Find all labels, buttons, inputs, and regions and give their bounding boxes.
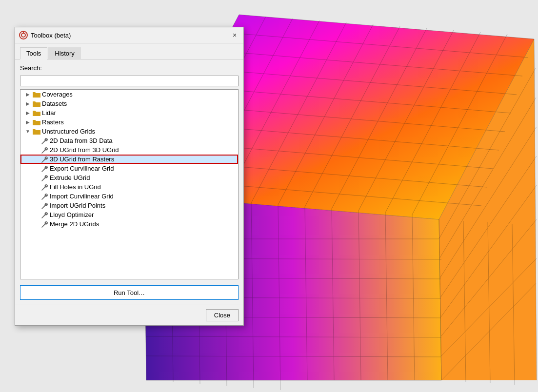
tool-wrench-icon [40, 175, 48, 181]
folder-icon [33, 91, 40, 98]
item-label: Import UGrid Points [50, 202, 105, 209]
tree-item-lloyd[interactable]: ▶ Lloyd Optimizer [20, 210, 238, 219]
item-label: 3D UGrid from Rasters [50, 156, 114, 163]
item-label: 2D Data from 3D Data [50, 137, 113, 144]
tool-wrench-icon [40, 212, 48, 218]
tree-item-extrude[interactable]: ▶ Extrude UGrid [20, 173, 238, 182]
title-left: Toolbox (beta) [19, 31, 71, 39]
tree-item-export-curvilinear[interactable]: ▶ Export Curvilinear Grid [20, 164, 238, 173]
tool-wrench-icon [40, 156, 48, 163]
svg-point-60 [21, 33, 25, 37]
tree-item-datasets[interactable]: ▶ Datasets [20, 99, 238, 108]
tab-tools[interactable]: Tools [20, 47, 47, 59]
tree-item-2d-ugrid[interactable]: ▶ 2D UGrid from 3D UGrid [20, 145, 238, 155]
tool-wrench-icon [40, 221, 48, 228]
dialog-tabs: Tools History [15, 43, 243, 59]
tab-history[interactable]: History [48, 47, 80, 59]
dialog-body: Search: ▶ Coverages ▶ Datasets [15, 59, 243, 305]
item-label: Merge 2D UGrids [50, 220, 99, 228]
tree-item-unstructured-grids[interactable]: ▼ Unstructured Grids [20, 127, 238, 136]
item-label: Export Curvilinear Grid [50, 165, 114, 172]
item-label: Extrude UGrid [50, 174, 90, 181]
item-label: Datasets [42, 100, 67, 107]
item-label: Coverages [42, 91, 73, 98]
chevron-icon: ▶ [24, 100, 31, 107]
close-dialog-button[interactable]: Close [206, 309, 239, 321]
tool-tree[interactable]: ▶ Coverages ▶ Datasets ▶ Lida [20, 89, 239, 279]
item-label: 2D UGrid from 3D UGrid [50, 146, 119, 154]
tree-item-merge[interactable]: ▶ Merge 2D UGrids [20, 219, 238, 229]
tool-wrench-icon [40, 165, 48, 172]
tool-wrench-icon [40, 184, 48, 191]
run-tool-button[interactable]: Run Tool… [20, 285, 239, 300]
tool-wrench-icon [40, 147, 48, 154]
tree-item-2d-data[interactable]: ▶ 2D Data from 3D Data [20, 136, 238, 145]
tree-item-3d-ugrid[interactable]: ▶ 3D UGrid from Rasters [20, 155, 238, 164]
folder-icon [33, 100, 40, 107]
tree-item-import-ugrid-points[interactable]: ▶ Import UGrid Points [20, 201, 238, 210]
item-label: Rasters [42, 118, 64, 126]
tool-wrench-icon [40, 202, 48, 209]
dialog-title: Toolbox (beta) [31, 32, 71, 39]
item-label: Lidar [42, 109, 56, 117]
tree-item-rasters[interactable]: ▶ Rasters [20, 118, 238, 127]
folder-icon [33, 110, 40, 117]
folder-icon [33, 128, 40, 135]
chevron-icon: ▶ [24, 119, 31, 126]
tree-item-coverages[interactable]: ▶ Coverages [20, 90, 238, 99]
dialog-footer: Close [15, 305, 243, 325]
chevron-icon: ▶ [24, 91, 31, 98]
dialog-titlebar: Toolbox (beta) × [15, 27, 243, 43]
app-icon [19, 31, 28, 39]
search-input[interactable] [20, 76, 239, 86]
chevron-icon: ▶ [24, 110, 31, 117]
tool-wrench-icon [40, 137, 48, 144]
item-label: Fill Holes in UGrid [50, 183, 101, 191]
tree-item-lidar[interactable]: ▶ Lidar [20, 108, 238, 118]
item-label: Unstructured Grids [42, 128, 95, 135]
folder-icon [33, 119, 40, 126]
search-label: Search: [20, 64, 239, 72]
tree-item-import-curvilinear[interactable]: ▶ Import Curvilinear Grid [20, 192, 238, 201]
dialog-close-button[interactable]: × [230, 30, 239, 40]
item-label: Import Curvilinear Grid [50, 193, 114, 200]
toolbox-dialog: Toolbox (beta) × Tools History Search: ▶… [15, 27, 244, 326]
tool-wrench-icon [40, 193, 48, 200]
tree-item-fill-holes[interactable]: ▶ Fill Holes in UGrid [20, 182, 238, 192]
chevron-icon: ▼ [24, 128, 31, 135]
item-label: Lloyd Optimizer [50, 211, 94, 218]
